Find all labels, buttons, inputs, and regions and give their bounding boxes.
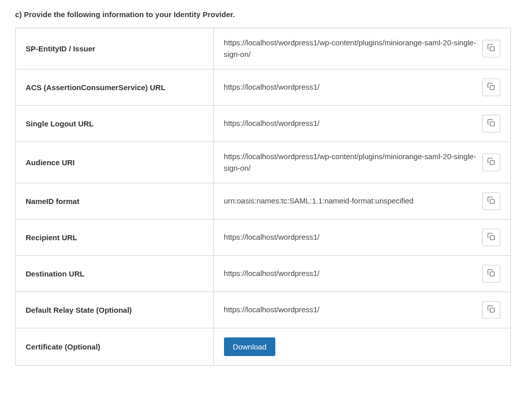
- config-value-cell: https://localhost/wordpress1/: [213, 69, 510, 106]
- config-value-cell: Download: [213, 328, 510, 366]
- copy-icon: [487, 305, 496, 315]
- config-label: SP-EntityID / Issuer: [16, 28, 214, 69]
- config-label: Recipient URL: [16, 220, 214, 256]
- table-row: SP-EntityID / Issuerhttps://localhost/wo…: [16, 28, 511, 69]
- table-row: Recipient URLhttps://localhost/wordpress…: [16, 220, 511, 256]
- copy-button[interactable]: [482, 229, 500, 246]
- svg-rect-0: [490, 47, 494, 51]
- download-button[interactable]: Download: [224, 337, 276, 356]
- section-title: c) Provide the following information to …: [15, 10, 511, 19]
- config-value: urn:oasis:names:tc:SAML:1.1:nameid-forma…: [224, 195, 476, 207]
- copy-button[interactable]: [482, 154, 500, 171]
- copy-icon: [487, 43, 496, 54]
- config-label: NameID format: [16, 183, 214, 220]
- config-value: https://localhost/wordpress1/: [224, 118, 476, 129]
- config-label: Destination URL: [16, 256, 214, 292]
- config-value-cell: https://localhost/wordpress1/: [213, 106, 510, 142]
- copy-button[interactable]: [482, 40, 500, 57]
- copy-icon: [487, 232, 496, 243]
- svg-rect-5: [490, 236, 494, 240]
- config-label: Single Logout URL: [16, 106, 214, 142]
- table-row: Certificate (Optional)Download: [16, 328, 511, 366]
- config-value: https://localhost/wordpress1/: [224, 82, 476, 93]
- copy-button[interactable]: [482, 192, 500, 210]
- table-row: ACS (AssertionConsumerService) URLhttps:…: [16, 69, 511, 106]
- svg-rect-4: [490, 199, 494, 203]
- svg-rect-3: [490, 161, 494, 165]
- copy-icon: [487, 196, 496, 206]
- table-row: Destination URLhttps://localhost/wordpre…: [16, 256, 511, 292]
- copy-icon: [487, 268, 496, 279]
- config-value: https://localhost/wordpress1/: [224, 268, 476, 279]
- config-value: https://localhost/wordpress1/: [224, 232, 476, 243]
- svg-rect-6: [490, 272, 494, 276]
- copy-icon: [487, 118, 496, 129]
- config-label: Certificate (Optional): [16, 328, 214, 366]
- copy-button[interactable]: [482, 115, 500, 132]
- config-value-cell: https://localhost/wordpress1/wp-content/…: [213, 28, 510, 69]
- svg-rect-1: [490, 86, 494, 90]
- config-label: Default Relay State (Optional): [16, 292, 214, 328]
- config-value-cell: https://localhost/wordpress1/: [213, 256, 510, 292]
- config-value-cell: https://localhost/wordpress1/: [213, 292, 510, 328]
- copy-button[interactable]: [482, 265, 500, 283]
- copy-icon: [487, 157, 496, 168]
- table-row: Audience URIhttps://localhost/wordpress1…: [16, 142, 511, 183]
- config-value: https://localhost/wordpress1/wp-content/…: [224, 37, 476, 60]
- config-value-cell: urn:oasis:names:tc:SAML:1.1:nameid-forma…: [213, 183, 510, 220]
- copy-button[interactable]: [482, 301, 500, 319]
- svg-rect-2: [490, 122, 494, 126]
- idp-info-table: SP-EntityID / Issuerhttps://localhost/wo…: [15, 28, 511, 366]
- config-value-cell: https://localhost/wordpress1/: [213, 220, 510, 256]
- table-row: Single Logout URLhttps://localhost/wordp…: [16, 106, 511, 142]
- config-value-cell: https://localhost/wordpress1/wp-content/…: [213, 142, 510, 183]
- copy-button[interactable]: [482, 79, 500, 96]
- table-row: NameID formaturn:oasis:names:tc:SAML:1.1…: [16, 183, 511, 220]
- config-value: https://localhost/wordpress1/wp-content/…: [224, 151, 476, 174]
- copy-icon: [487, 82, 496, 93]
- config-label: Audience URI: [16, 142, 214, 183]
- svg-rect-7: [490, 308, 494, 312]
- config-value: https://localhost/wordpress1/: [224, 304, 476, 316]
- config-label: ACS (AssertionConsumerService) URL: [16, 69, 214, 106]
- table-row: Default Relay State (Optional)https://lo…: [16, 292, 511, 328]
